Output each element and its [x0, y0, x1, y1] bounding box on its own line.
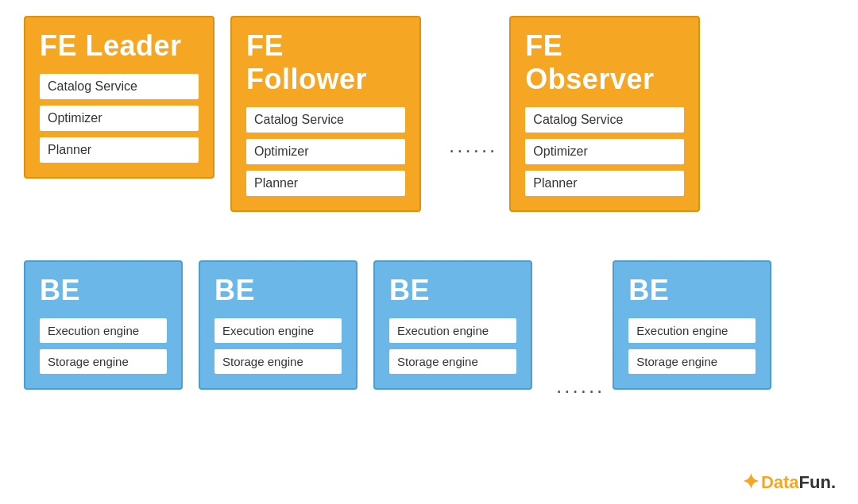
be-exec-1: Execution engine [40, 318, 167, 343]
fe-leader-title: FE Leader [40, 29, 182, 63]
be-title-1: BE [40, 274, 80, 307]
fe-leader-box: FE Leader Catalog Service Optimizer Plan… [24, 16, 214, 179]
be-box-1: BE Execution engine Storage engine [24, 260, 183, 390]
be-exec-3: Execution engine [389, 318, 516, 343]
be-title-3: BE [389, 274, 430, 307]
be-box-3: BE Execution engine Storage engine [373, 260, 532, 390]
be-storage-4: Storage engine [628, 349, 756, 374]
fe-follower-title: FE Follower [246, 29, 405, 96]
main-container: FE Leader Catalog Service Optimizer Plan… [0, 0, 858, 504]
fe-observer-optimizer: Optimizer [525, 139, 684, 164]
be-exec-4: Execution engine [628, 318, 756, 343]
fe-observer-title: FE Observer [525, 29, 684, 96]
be-title-4: BE [628, 274, 669, 307]
be-title-2: BE [214, 274, 255, 307]
be-exec-2: Execution engine [214, 318, 342, 343]
be-storage-3: Storage engine [389, 349, 516, 374]
fe-leader-optimizer: Optimizer [40, 106, 199, 131]
be-ellipsis: ...... [548, 374, 613, 398]
be-row: BE Execution engine Storage engine BE Ex… [24, 260, 834, 489]
be-box-4: BE Execution engine Storage engine [613, 260, 771, 390]
fe-leader-catalog: Catalog Service [40, 74, 199, 99]
logo-fun-text: Fun. [799, 472, 836, 493]
fe-observer-box: FE Observer Catalog Service Optimizer Pl… [509, 16, 700, 212]
be-storage-1: Storage engine [40, 349, 167, 374]
logo-icon: ✦ [742, 470, 759, 494]
fe-follower-planner: Planner [246, 171, 405, 196]
fe-follower-box: FE Follower Catalog Service Optimizer Pl… [230, 16, 421, 212]
fe-leader-planner: Planner [40, 137, 199, 163]
datafun-logo: ✦ Data Fun. [742, 470, 836, 494]
fe-follower-optimizer: Optimizer [246, 139, 405, 164]
fe-observer-catalog: Catalog Service [525, 107, 684, 133]
fe-observer-planner: Planner [525, 171, 684, 196]
be-box-2: BE Execution engine Storage engine [199, 260, 358, 390]
logo-data-text: Data [761, 472, 799, 493]
be-storage-2: Storage engine [214, 349, 342, 374]
fe-ellipsis: ...... [437, 133, 509, 158]
fe-row: FE Leader Catalog Service Optimizer Plan… [24, 16, 834, 244]
fe-follower-catalog: Catalog Service [246, 107, 405, 133]
